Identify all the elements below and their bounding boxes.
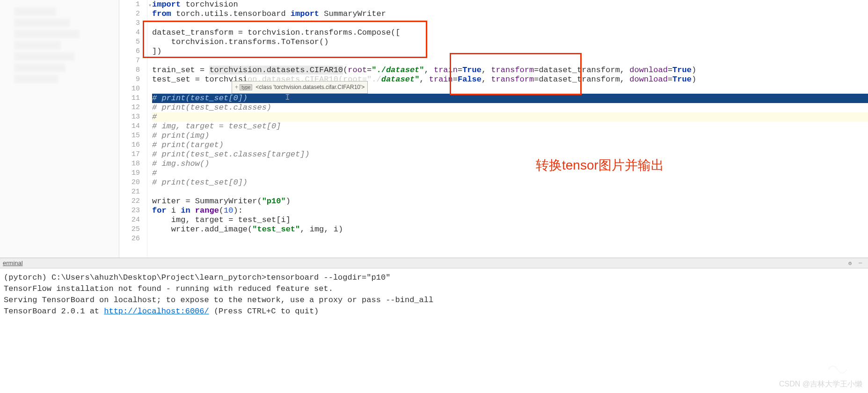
- code-line-17[interactable]: # print(test_set.classes[target]): [152, 150, 868, 159]
- code-content[interactable]: ▾import torchvision from torch.utils.ten…: [147, 0, 868, 258]
- main-container: 1 2 3 4 5 6 7 8 9 10 11 12 13 14 15 16 1…: [0, 0, 868, 258]
- string: ": [415, 75, 419, 84]
- code-line-25[interactable]: writer.add_image("test_set", img, i): [152, 225, 868, 234]
- code-line-13-current[interactable]: #: [152, 112, 868, 122]
- code-line-16[interactable]: # print(target): [152, 141, 868, 150]
- code-line-21[interactable]: [152, 187, 868, 197]
- type-tooltip: + type <class 'torchvision.datasets.cifa…: [232, 81, 368, 94]
- keyword-true: True: [462, 66, 481, 74]
- type-badge: type: [240, 84, 252, 90]
- line-number: 2: [119, 9, 140, 19]
- terminal-tab[interactable]: erminal: [3, 260, 23, 267]
- code-text: , img, i): [300, 225, 343, 234]
- code-text: dataset_transform = torchvision.transfor…: [152, 28, 401, 37]
- line-number: 21: [119, 187, 140, 197]
- gear-icon[interactable]: ⚙: [848, 260, 855, 267]
- terminal-line: Serving TensorBoard on localhost; to exp…: [4, 295, 864, 306]
- code-line-11-highlighted[interactable]: I# print(test_set[0]): [152, 94, 868, 103]
- param: train: [429, 75, 453, 84]
- code-line-2[interactable]: from torch.utils.tensorboard import Summ…: [152, 9, 868, 19]
- line-number: 19: [119, 169, 140, 178]
- sidebar-item-blur: [14, 7, 56, 16]
- line-number: 18: [119, 159, 140, 169]
- tooltip-text: <class 'torchvision.datasets.cifar.CIFAR…: [256, 84, 365, 90]
- terminal-text: TensorBoard 2.0.1 at: [4, 307, 104, 316]
- code-line-23[interactable]: for i in range(10):: [152, 206, 868, 215]
- number: 10: [224, 206, 233, 215]
- line-number: 11: [119, 94, 140, 103]
- line-number: 14: [119, 122, 140, 131]
- code-line-7[interactable]: [152, 56, 868, 66]
- identifier: dataset_transform: [539, 75, 620, 84]
- line-number: 5: [119, 37, 140, 47]
- comment: # print(test_set[0]): [152, 94, 248, 103]
- terminal-actions: ⚙ —: [848, 260, 865, 267]
- keyword-import: import: [152, 0, 181, 9]
- line-number: 10: [119, 84, 140, 94]
- sidebar-item-blur: [14, 64, 66, 72]
- line-number: 9: [119, 75, 140, 84]
- line-number: 22: [119, 197, 140, 206]
- sidebar-item-blur: [14, 19, 70, 27]
- keyword-from: from: [152, 9, 171, 18]
- code-line-22[interactable]: writer = SummaryWriter("p10"): [152, 197, 868, 206]
- code-text: (: [343, 66, 348, 74]
- line-number: 25: [119, 225, 140, 234]
- code-text: ): [286, 197, 291, 206]
- string: "./: [372, 66, 386, 74]
- line-number: 24: [119, 215, 140, 225]
- code-line-19[interactable]: #: [152, 169, 868, 178]
- code-line-26[interactable]: [152, 234, 868, 244]
- string: dataset: [381, 75, 415, 84]
- code-line-5[interactable]: torchvision.transforms.ToTensor(): [152, 37, 868, 47]
- code-line-24[interactable]: img, target = test_set[i]: [152, 215, 868, 225]
- left-sidebar: [0, 0, 119, 258]
- param: root: [348, 66, 367, 74]
- comment: #: [152, 112, 157, 121]
- keyword-true: True: [672, 75, 692, 84]
- code-line-18[interactable]: # img.show(): [152, 159, 868, 169]
- param: download: [629, 75, 668, 84]
- editor-area[interactable]: 1 2 3 4 5 6 7 8 9 10 11 12 13 14 15 16 1…: [119, 0, 868, 258]
- tensorboard-url-link[interactable]: http://localhost:6006/: [104, 307, 209, 316]
- code-line-6[interactable]: ]): [152, 47, 868, 56]
- text-cursor-icon: I: [285, 93, 290, 102]
- fold-marker-icon[interactable]: ▾: [148, 1, 152, 10]
- line-number: 13: [119, 112, 140, 122]
- sidebar-item-blur: [14, 52, 75, 61]
- keyword-import: import: [291, 9, 319, 18]
- code-text: writer.add_image(: [152, 225, 252, 234]
- line-number: 4: [119, 28, 140, 37]
- comment: # img.show(): [152, 159, 209, 168]
- line-number: 6: [119, 47, 140, 56]
- identifier: dataset_transform: [539, 66, 620, 74]
- string: ": [419, 66, 424, 74]
- keyword-for: for: [152, 206, 167, 215]
- code-line-12[interactable]: # print(test_set.classes): [152, 103, 868, 112]
- code-line-3[interactable]: [152, 19, 868, 28]
- string: dataset: [386, 66, 419, 74]
- code-text: img, target = test_set[i]: [152, 215, 291, 224]
- code-line-4[interactable]: dataset_transform = torchvision.transfor…: [152, 28, 868, 37]
- builtin-range: range: [195, 206, 219, 215]
- terminal-panel: erminal ⚙ — (pytorch) C:\Users\ahuzh\Des…: [0, 258, 868, 393]
- red-text-annotation: 转换tensor图片并输出: [536, 161, 664, 170]
- sidebar-item-blur: [14, 75, 58, 83]
- param: transform: [491, 66, 534, 74]
- minimize-icon[interactable]: —: [859, 260, 865, 267]
- terminal-body[interactable]: (pytorch) C:\Users\ahuzh\Desktop\Project…: [0, 268, 868, 321]
- keyword-false: False: [458, 75, 481, 84]
- code-line-14[interactable]: # img, target = test_set[0]: [152, 122, 868, 131]
- comment: # print(test_set[0]): [152, 178, 248, 187]
- import-name: SummaryWriter: [324, 9, 386, 18]
- line-number-gutter: 1 2 3 4 5 6 7 8 9 10 11 12 13 14 15 16 1…: [119, 0, 147, 258]
- string: "p10": [262, 197, 286, 206]
- comment: # img, target = test_set[0]: [152, 122, 281, 131]
- code-line-8[interactable]: train_set = torchvision.datasets.CIFAR10…: [152, 66, 868, 75]
- code-line-20[interactable]: # print(test_set[0]): [152, 178, 868, 187]
- code-text: writer = SummaryWriter(: [152, 197, 262, 206]
- selected-text: torchvision.datasets.CIFAR10: [209, 66, 343, 74]
- code-line-1[interactable]: ▾import torchvision: [152, 0, 868, 9]
- code-line-15[interactable]: # print(img): [152, 131, 868, 141]
- line-number: 26: [119, 234, 140, 244]
